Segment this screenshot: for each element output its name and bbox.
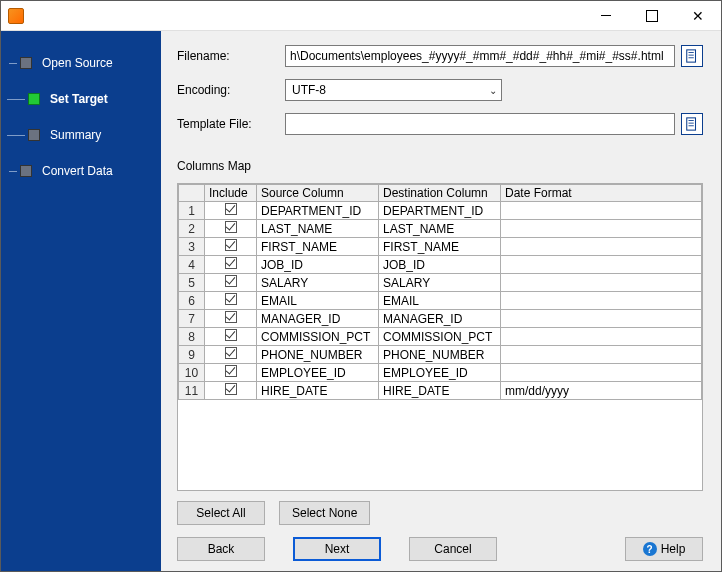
next-button[interactable]: Next (293, 537, 381, 561)
source-cell[interactable]: DEPARTMENT_ID (257, 202, 379, 220)
step-label: Set Target (50, 92, 108, 106)
svg-rect-4 (687, 118, 696, 130)
help-button[interactable]: ? Help (625, 537, 703, 561)
filename-label: Filename: (177, 49, 285, 63)
help-icon: ? (643, 542, 657, 556)
wizard-sidebar: Open Source Set Target Summary Convert D… (1, 31, 161, 571)
table-row[interactable]: 11HIRE_DATEHIRE_DATEmm/dd/yyyy (179, 382, 702, 400)
format-cell[interactable] (501, 238, 702, 256)
source-cell[interactable]: EMPLOYEE_ID (257, 364, 379, 382)
template-input[interactable] (285, 113, 675, 135)
col-header-include[interactable]: Include (205, 185, 257, 202)
table-row[interactable]: 4JOB_IDJOB_ID (179, 256, 702, 274)
format-cell[interactable] (501, 202, 702, 220)
col-header-dest[interactable]: Destination Column (379, 185, 501, 202)
table-row[interactable]: 3FIRST_NAMEFIRST_NAME (179, 238, 702, 256)
table-row[interactable]: 7MANAGER_IDMANAGER_ID (179, 310, 702, 328)
table-row[interactable]: 10EMPLOYEE_IDEMPLOYEE_ID (179, 364, 702, 382)
chevron-down-icon: ⌄ (489, 85, 497, 96)
include-checkbox[interactable] (205, 310, 257, 328)
source-cell[interactable]: PHONE_NUMBER (257, 346, 379, 364)
source-cell[interactable]: HIRE_DATE (257, 382, 379, 400)
step-summary[interactable]: Summary (1, 121, 161, 149)
include-checkbox[interactable] (205, 274, 257, 292)
columns-grid: Include Source Column Destination Column… (177, 183, 703, 491)
include-checkbox[interactable] (205, 382, 257, 400)
step-convert-data[interactable]: Convert Data (1, 157, 161, 185)
include-checkbox[interactable] (205, 346, 257, 364)
format-cell[interactable] (501, 328, 702, 346)
select-none-button[interactable]: Select None (279, 501, 370, 525)
include-checkbox[interactable] (205, 256, 257, 274)
include-checkbox[interactable] (205, 238, 257, 256)
help-label: Help (661, 542, 686, 556)
dest-cell[interactable]: EMAIL (379, 292, 501, 310)
format-cell[interactable] (501, 364, 702, 382)
encoding-label: Encoding: (177, 83, 285, 97)
step-label: Summary (50, 128, 101, 142)
format-cell[interactable] (501, 292, 702, 310)
format-cell[interactable] (501, 346, 702, 364)
include-checkbox[interactable] (205, 292, 257, 310)
encoding-value: UTF-8 (292, 83, 326, 97)
include-checkbox[interactable] (205, 328, 257, 346)
table-row[interactable]: 8COMMISSION_PCTCOMMISSION_PCT (179, 328, 702, 346)
table-row[interactable]: 2LAST_NAMELAST_NAME (179, 220, 702, 238)
table-row[interactable]: 1DEPARTMENT_IDDEPARTMENT_ID (179, 202, 702, 220)
include-checkbox[interactable] (205, 364, 257, 382)
format-cell[interactable]: mm/dd/yyyy (501, 382, 702, 400)
step-open-source[interactable]: Open Source (1, 49, 161, 77)
app-window: ✕ Open Source Set Target Summary Convert… (0, 0, 722, 572)
source-cell[interactable]: COMMISSION_PCT (257, 328, 379, 346)
dest-cell[interactable]: PHONE_NUMBER (379, 346, 501, 364)
back-button[interactable]: Back (177, 537, 265, 561)
source-cell[interactable]: FIRST_NAME (257, 238, 379, 256)
checkbox-icon (225, 329, 237, 341)
minimize-icon (601, 15, 611, 16)
dest-cell[interactable]: MANAGER_ID (379, 310, 501, 328)
source-cell[interactable]: EMAIL (257, 292, 379, 310)
dest-cell[interactable]: FIRST_NAME (379, 238, 501, 256)
dest-cell[interactable]: COMMISSION_PCT (379, 328, 501, 346)
row-number: 4 (179, 256, 205, 274)
step-set-target[interactable]: Set Target (1, 85, 161, 113)
dest-cell[interactable]: LAST_NAME (379, 220, 501, 238)
template-label: Template File: (177, 117, 285, 131)
minimize-button[interactable] (583, 1, 629, 31)
col-header-format[interactable]: Date Format (501, 185, 702, 202)
source-cell[interactable]: JOB_ID (257, 256, 379, 274)
dest-cell[interactable]: SALARY (379, 274, 501, 292)
format-cell[interactable] (501, 256, 702, 274)
source-cell[interactable]: MANAGER_ID (257, 310, 379, 328)
select-all-button[interactable]: Select All (177, 501, 265, 525)
checkbox-icon (225, 365, 237, 377)
app-icon (8, 8, 24, 24)
format-cell[interactable] (501, 220, 702, 238)
browse-template-button[interactable] (681, 113, 703, 135)
dest-cell[interactable]: EMPLOYEE_ID (379, 364, 501, 382)
close-icon: ✕ (692, 9, 704, 23)
encoding-select[interactable]: UTF-8 ⌄ (285, 79, 502, 101)
format-cell[interactable] (501, 274, 702, 292)
cancel-button[interactable]: Cancel (409, 537, 497, 561)
dest-cell[interactable]: JOB_ID (379, 256, 501, 274)
row-number: 8 (179, 328, 205, 346)
checkbox-icon (225, 311, 237, 323)
close-button[interactable]: ✕ (675, 1, 721, 31)
dest-cell[interactable]: DEPARTMENT_ID (379, 202, 501, 220)
col-header-source[interactable]: Source Column (257, 185, 379, 202)
browse-filename-button[interactable] (681, 45, 703, 67)
row-number: 11 (179, 382, 205, 400)
include-checkbox[interactable] (205, 202, 257, 220)
row-number: 2 (179, 220, 205, 238)
dest-cell[interactable]: HIRE_DATE (379, 382, 501, 400)
table-row[interactable]: 9PHONE_NUMBERPHONE_NUMBER (179, 346, 702, 364)
maximize-button[interactable] (629, 1, 675, 31)
filename-input[interactable] (285, 45, 675, 67)
table-row[interactable]: 5SALARYSALARY (179, 274, 702, 292)
source-cell[interactable]: LAST_NAME (257, 220, 379, 238)
include-checkbox[interactable] (205, 220, 257, 238)
source-cell[interactable]: SALARY (257, 274, 379, 292)
table-row[interactable]: 6EMAILEMAIL (179, 292, 702, 310)
format-cell[interactable] (501, 310, 702, 328)
